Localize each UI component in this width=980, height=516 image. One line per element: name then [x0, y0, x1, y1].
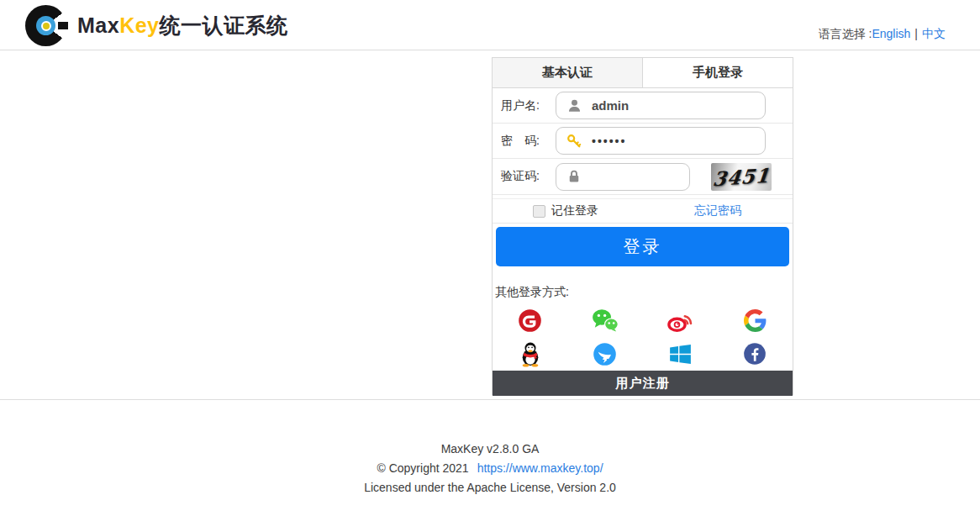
password-input[interactable]: ••••••	[556, 127, 766, 155]
social-login-gitee[interactable]	[493, 303, 567, 337]
forgot-password-link[interactable]: 忘记密码	[694, 203, 741, 219]
footer-copyright-line: © Copyright 2021https://www.maxkey.top/	[0, 461, 980, 475]
username-label: 用户名:	[501, 98, 556, 113]
social-login-grid	[493, 303, 793, 371]
header: MaxKey统一认证系统 语言选择 :English|中文	[0, 0, 980, 50]
captcha-label: 验证码:	[501, 169, 556, 184]
language-link-english[interactable]: English	[872, 27, 910, 40]
remember-row: 记住登录 忘记密码	[493, 198, 793, 224]
key-icon	[566, 133, 582, 150]
gitee-icon	[518, 308, 542, 333]
maxkey-logo-icon	[25, 5, 66, 46]
password-value: ••••••	[592, 134, 626, 148]
password-row: 密 码: ••••••	[493, 124, 793, 159]
footer-link[interactable]: https://www.maxkey.top/	[477, 461, 603, 475]
user-icon	[566, 97, 582, 114]
weibo-icon	[667, 308, 693, 332]
social-login-weibo[interactable]	[643, 303, 718, 337]
login-button[interactable]: 登录	[496, 227, 789, 266]
captcha-input[interactable]	[556, 163, 690, 191]
social-login-google[interactable]	[718, 303, 793, 337]
facebook-icon	[743, 342, 767, 366]
lock-icon	[566, 168, 582, 185]
captcha-text: 3451	[712, 163, 772, 190]
social-login-qq[interactable]	[493, 337, 567, 371]
captcha-row: 验证码: 3451	[493, 159, 793, 195]
social-login-dingtalk[interactable]	[567, 337, 642, 371]
remember-label: 记住登录	[551, 203, 598, 219]
social-login-facebook[interactable]	[718, 337, 793, 371]
page-title: MaxKey统一认证系统	[77, 0, 288, 50]
social-login-windows[interactable]	[643, 337, 718, 371]
login-panel: 基本认证 手机登录 用户名: admin 密 码: ••••••	[492, 57, 793, 395]
dingtalk-icon	[593, 342, 617, 366]
language-selector: 语言选择 :English|中文	[819, 27, 946, 42]
social-login-wechat[interactable]	[567, 303, 642, 337]
language-link-chinese[interactable]: 中文	[922, 27, 946, 40]
language-label: 语言选择 :	[819, 27, 872, 40]
footer: MaxKey v2.8.0 GA © Copyright 2021https:/…	[0, 399, 980, 516]
footer-version: MaxKey v2.8.0 GA	[0, 442, 980, 455]
login-tabs: 基本认证 手机登录	[493, 58, 793, 88]
username-value: admin	[592, 98, 629, 113]
register-button[interactable]: 用户注册	[493, 371, 793, 396]
footer-license: Licensed under the Apache License, Versi…	[0, 481, 980, 494]
windows-icon	[669, 343, 692, 366]
remember-checkbox[interactable]	[533, 205, 545, 218]
login-page: MaxKey统一认证系统 语言选择 :English|中文 基本认证 手机登录 …	[0, 0, 980, 516]
username-row: 用户名: admin	[493, 88, 793, 124]
username-input[interactable]: admin	[556, 92, 766, 119]
captcha-image[interactable]: 3451	[711, 163, 772, 191]
tab-basic-auth[interactable]: 基本认证	[493, 58, 642, 87]
wechat-icon	[592, 308, 619, 332]
password-label: 密 码:	[501, 134, 556, 149]
qq-icon	[519, 340, 542, 367]
footer-copyright: © Copyright 2021	[377, 461, 468, 475]
google-icon	[744, 309, 767, 332]
other-methods-label: 其他登录方式:	[495, 285, 793, 300]
tab-mobile-login[interactable]: 手机登录	[642, 58, 793, 87]
